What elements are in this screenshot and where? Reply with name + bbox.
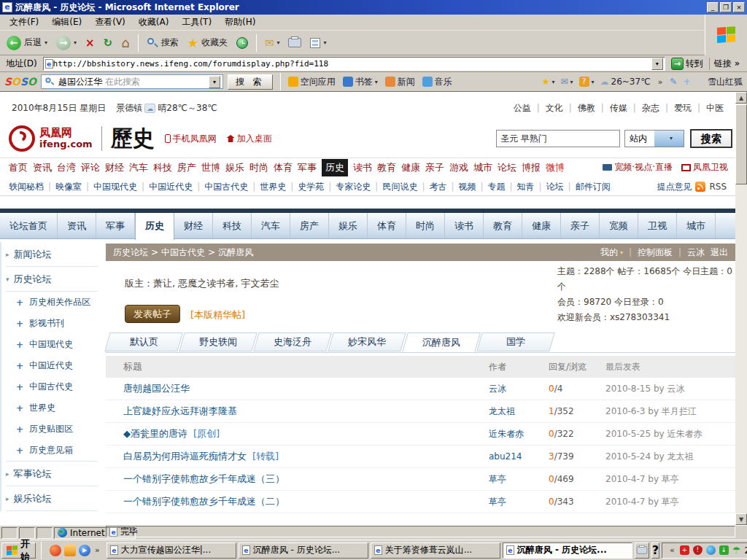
my-menu[interactable]: 我的 ▾ xyxy=(600,246,623,259)
sidebar-subitem[interactable]: +历史相关作品区 xyxy=(6,292,98,313)
subnav-item[interactable]: 民间说史 xyxy=(382,181,417,193)
tray-printer-button[interactable] xyxy=(635,542,649,559)
forumnav-item[interactable]: 教育 xyxy=(484,213,522,238)
thread-title-link[interactable]: 白居易为何用诗逼死痴情才女 xyxy=(123,451,247,462)
video-link[interactable]: 宽频·视点·直播 xyxy=(603,161,673,174)
tray-help-button[interactable]: ? xyxy=(651,542,659,559)
scroll-up-icon[interactable]: ▲ xyxy=(735,92,747,104)
back-button[interactable]: ← 后退 ▾ xyxy=(3,33,51,53)
forumnav-item[interactable]: 宽频 xyxy=(600,213,638,238)
sidebar-section[interactable]: ▸ 娱乐论坛 xyxy=(6,486,98,511)
forward-button[interactable]: → ▾ xyxy=(53,33,80,53)
tray-expand-icon[interactable]: « xyxy=(668,545,676,555)
soso-star-menu[interactable]: ★ ▾ xyxy=(542,77,555,87)
address-dropdown-icon[interactable]: ▾ xyxy=(651,58,663,70)
mainnav-item[interactable]: 论坛 xyxy=(498,161,516,174)
tray-icon-update[interactable]: ↓ xyxy=(719,545,729,555)
menu-item[interactable]: 帮助(H) xyxy=(218,15,262,30)
mainnav-item[interactable]: 资讯 xyxy=(33,161,52,174)
top-link[interactable]: 爱玩 xyxy=(668,102,697,114)
thread-author-link[interactable]: 龙太祖 xyxy=(489,406,515,416)
soso-tool-app-icon[interactable]: 空间应用 xyxy=(288,76,336,88)
tab[interactable]: 妙宋风华 xyxy=(328,332,406,351)
forumnav-item[interactable]: 娱乐 xyxy=(329,213,368,238)
forumnav-item[interactable]: 亲子 xyxy=(561,213,600,238)
sidebar-subitem[interactable]: +世界史 xyxy=(6,397,98,419)
sidebar-section[interactable]: ▾ 历史论坛 xyxy=(6,267,98,292)
forumnav-item[interactable]: 汽车 xyxy=(252,213,290,238)
top-link[interactable]: 中医 xyxy=(700,102,729,114)
digest-link[interactable]: [本版精华帖] xyxy=(190,308,245,322)
forumnav-item-active[interactable]: 历史 xyxy=(135,213,174,240)
back-dropdown-icon[interactable]: ▾ xyxy=(44,39,47,46)
subnav-item[interactable]: 专题 xyxy=(488,181,506,193)
subnav-item[interactable]: 中国近代史 xyxy=(149,181,193,193)
tray-icon-shield[interactable]: ! xyxy=(693,545,703,555)
soso-tool-music-icon[interactable]: 音乐 xyxy=(422,76,452,88)
subnav-item[interactable]: 视频 xyxy=(458,181,476,193)
edit-dropdown-icon[interactable]: ▾ xyxy=(323,39,326,46)
mainnav-item[interactable]: 读书 xyxy=(353,161,372,174)
soso-tool-news-icon[interactable]: 新闻 xyxy=(385,76,415,88)
start-button[interactable]: 开始 xyxy=(1,542,36,559)
vertical-scrollbar[interactable]: ▲ ▼ xyxy=(735,92,747,525)
thread-author-link[interactable]: 云冰 xyxy=(489,384,506,394)
thread-title-link[interactable]: 上官婕妤应永远拜谢李隆基 xyxy=(123,405,237,416)
menu-item[interactable]: 编辑(E) xyxy=(45,15,88,30)
minimize-button[interactable]: _ xyxy=(707,2,719,12)
pen-icon[interactable]: ✎ xyxy=(670,77,677,87)
sidebar-subitem[interactable]: +中国古代史 xyxy=(6,376,98,397)
sidebar-subitem[interactable]: +中国近代史 xyxy=(6,355,98,376)
sidebar-section[interactable]: ▸ 军事论坛 xyxy=(6,462,98,486)
go-button[interactable]: → 转到 xyxy=(668,58,706,70)
top-link[interactable]: 公益 xyxy=(508,102,537,114)
restore-button[interactable]: ❐ xyxy=(720,2,732,12)
tray-icon-red-plus[interactable]: + xyxy=(680,545,689,555)
forward-dropdown-icon[interactable]: ▾ xyxy=(74,39,77,46)
soso-overflow-chevron-icon[interactable]: » xyxy=(657,77,665,87)
soso-user[interactable]: ☻ 雪山红狐 xyxy=(696,76,743,88)
control-panel-link[interactable]: 控制面板 xyxy=(638,246,673,259)
rss-link[interactable]: RSS xyxy=(709,182,727,192)
soso-mail-menu[interactable]: ✉ ▾ xyxy=(560,77,573,87)
task-button[interactable]: e关于筹资修葺云岚山... xyxy=(371,542,500,559)
mainnav-item[interactable]: 教育 xyxy=(377,161,396,174)
subnav-item[interactable]: 映像室 xyxy=(55,181,82,193)
sidebar-subitem[interactable]: +历史贴图区 xyxy=(6,419,98,440)
subnav-item[interactable]: 论坛 xyxy=(546,181,564,193)
top-link[interactable]: 佛教 xyxy=(572,102,601,114)
mainnav-item-active[interactable]: 历史 xyxy=(322,159,348,176)
ifeng-logo-icon[interactable] xyxy=(9,125,35,152)
forumnav-item[interactable]: 科技 xyxy=(213,213,252,238)
logout-link[interactable]: 退出 xyxy=(711,246,728,259)
subnav-item[interactable]: 轶闻秘档 xyxy=(9,181,44,193)
subnav-item[interactable]: 史学苑 xyxy=(298,181,324,193)
forumnav-item[interactable]: 健康 xyxy=(522,213,561,238)
mainnav-item[interactable]: 游戏 xyxy=(449,161,468,174)
clock[interactable]: 21:05 xyxy=(744,545,747,556)
search-scope-select[interactable]: 站内 ▾ xyxy=(624,130,684,147)
mainnav-item[interactable]: 汽车 xyxy=(129,161,148,174)
top-link[interactable]: 杂志 xyxy=(636,102,665,114)
tray-icon-umbrella[interactable]: ☂ xyxy=(732,545,741,556)
task-button[interactable]: e沉醉唐风 - 历史论坛... xyxy=(239,542,368,559)
task-button-active[interactable]: e沉醉唐风 - 历史论坛... xyxy=(503,542,632,559)
thread-author-link[interactable]: 草亭 xyxy=(489,497,506,507)
menu-item[interactable]: 文件(F) xyxy=(3,15,45,30)
edit-button[interactable]: ▾ xyxy=(306,33,330,53)
mail-dropdown-icon[interactable]: ▾ xyxy=(276,39,279,46)
soso-dropdown-icon[interactable]: ▾ xyxy=(209,76,220,88)
menu-item[interactable]: 工具(T) xyxy=(175,15,218,30)
stop-button[interactable]: × xyxy=(82,33,98,53)
quicklaunch-chevron-icon[interactable]: » xyxy=(93,545,101,555)
mainnav-item-red[interactable]: 微博 xyxy=(546,161,565,174)
site-search-input[interactable]: 圣元 早熟门 xyxy=(496,130,620,147)
mainnav-item[interactable]: 房产 xyxy=(177,161,196,174)
mainnav-item[interactable]: 评论 xyxy=(81,161,100,174)
print-button[interactable] xyxy=(285,33,305,53)
forumnav-item[interactable]: 时尚 xyxy=(406,213,445,238)
thread-author-link[interactable]: 草亭 xyxy=(489,474,506,484)
sidebar-subitem[interactable]: +影视书刊 xyxy=(6,313,98,334)
phoenix-tv-link[interactable]: 凤凰卫视 xyxy=(681,161,728,174)
forumnav-item[interactable]: 军事 xyxy=(96,213,135,238)
